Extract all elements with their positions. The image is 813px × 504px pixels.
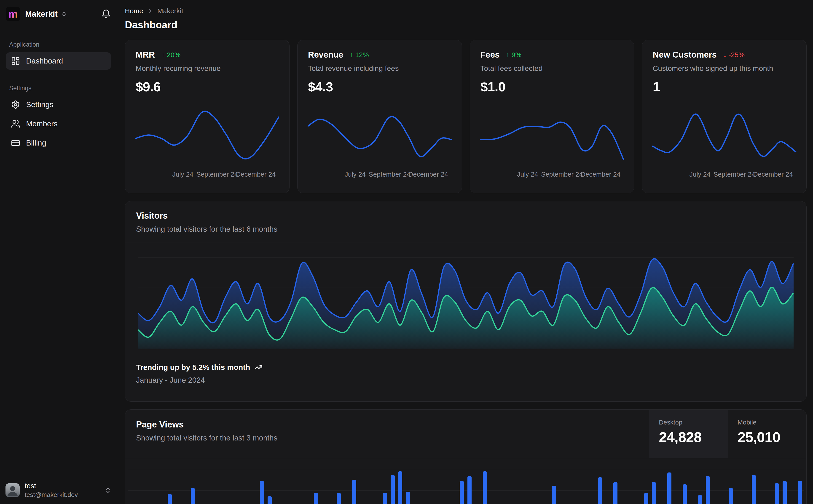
x-tick: September 24 [369,171,410,178]
stat-title: New Customers [653,50,717,60]
toggle-value: 24,828 [659,429,728,445]
sparkline-svg [308,105,451,165]
user-menu[interactable]: test test@makerkit.dev [5,482,111,499]
stat-value: 1 [653,79,796,94]
trend-arrow-icon: ↑ [350,51,353,59]
x-tick: September 24 [541,171,583,178]
x-axis-ticks: July 24 September 24 December 24 [653,171,796,180]
visitors-trend-text: Trending up by 5.2% this month [136,363,250,372]
x-tick: December 24 [753,171,793,178]
stat-card-fees: Fees ↑9% Total fees collected $1.0 July … [470,40,635,193]
trend-badge: ↑20% [161,51,180,59]
toggle-label: Desktop [659,419,728,426]
new-customers-sparkline-chart [653,105,796,165]
makerkit-logo-letter: m [8,9,18,19]
breadcrumb-home[interactable]: Home [125,7,143,15]
main-content: Home Makerkit Dashboard MRR ↑20% Monthly… [117,0,813,504]
bars-container [128,458,804,504]
page-views-bar [698,495,702,504]
x-axis-ticks: July 24 September 24 December 24 [308,171,451,180]
sidebar-item-label: Settings [26,100,53,109]
trend-arrow-icon: ↑ [161,51,165,59]
page-views-bar [167,494,172,504]
page-views-bar [406,492,410,504]
x-tick: September 24 [196,171,238,178]
x-tick: December 24 [236,171,276,178]
users-icon [11,119,20,128]
visitors-area-svg [138,252,794,349]
page-views-bar [652,482,656,504]
page-views-bar [391,475,395,504]
page-views-title: Page Views [136,420,638,430]
mrr-sparkline-chart [136,105,279,165]
sidebar-item-label: Billing [26,139,46,147]
stat-card-revenue: Revenue ↑12% Total revenue including fee… [297,40,462,193]
x-tick: July 24 [172,171,193,178]
gear-icon [11,100,20,109]
stat-value: $1.0 [480,79,624,94]
page-views-bar [667,472,672,504]
breadcrumb-current: Makerkit [157,7,183,15]
workspace-switcher[interactable]: m Makerkit [6,7,111,21]
toggle-mobile[interactable]: Mobile 25,010 [728,410,806,458]
page-views-bar [314,493,318,504]
page-views-bar [268,496,272,504]
stat-title: MRR [136,50,155,60]
stat-cards-row: MRR ↑20% Monthly recurring revenue $9.6 … [125,40,807,193]
sidebar-item-billing[interactable]: Billing [6,134,111,152]
chevrons-up-down-icon[interactable] [104,487,111,494]
page-views-bar [398,471,402,504]
trend-badge: ↓-25% [723,51,745,59]
page-views-bar [752,475,756,504]
page-views-bar [775,483,779,504]
sidebar-item-label: Members [26,119,58,128]
stat-subtitle: Customers who signed up this month [653,64,796,73]
user-email: test@makerkit.dev [25,491,78,499]
x-axis-ticks: July 24 September 24 December 24 [480,171,624,180]
page-views-card: Page Views Showing total visitors for th… [125,409,807,504]
stat-subtitle: Total fees collected [480,64,624,73]
bell-icon[interactable] [101,9,111,19]
page-views-subtitle: Showing total visitors for the last 3 mo… [136,434,638,442]
sidebar-item-dashboard[interactable]: Dashboard [6,52,111,70]
trending-up-icon [254,363,263,371]
trend-value: 9% [511,51,521,59]
sidebar-section-application: Application [9,41,111,48]
page-views-bar [483,471,487,504]
page-views-bar [783,481,787,504]
breadcrumb: Home Makerkit [125,6,807,16]
visitors-card: Visitors Showing total visitors for the … [125,201,807,402]
x-tick: September 24 [714,171,755,178]
stat-value: $9.6 [136,79,279,94]
x-tick: December 24 [581,171,621,178]
sidebar: m Makerkit Application Dashboard Setting… [0,0,117,504]
page-views-bar [337,493,341,504]
x-tick: July 24 [690,171,711,178]
page-views-bar [260,481,264,504]
page-views-bar [598,477,602,504]
page-views-bar [460,481,464,504]
x-tick: December 24 [408,171,448,178]
page-views-bar-chart [128,458,804,504]
page-views-bar [191,488,195,504]
sidebar-item-settings[interactable]: Settings [6,96,111,113]
toggle-desktop[interactable]: Desktop 24,828 [649,410,728,458]
page-views-bar [467,476,472,504]
page-views-bar [383,493,387,504]
stat-card-new-customers: New Customers ↓-25% Customers who signed… [642,40,807,193]
stat-title: Revenue [308,50,343,60]
fees-sparkline-chart [480,105,624,165]
workspace-name: Makerkit [25,9,58,19]
sidebar-item-members[interactable]: Members [6,115,111,133]
sidebar-item-label: Dashboard [26,57,63,65]
page-views-bar [706,476,710,504]
stat-subtitle: Total revenue including fees [308,64,451,73]
sparkline-svg [136,105,279,165]
visitors-date-range: January - June 2024 [136,376,795,385]
page-views-bar [798,481,802,504]
page-title: Dashboard [125,19,807,31]
stat-value: $4.3 [308,79,451,94]
page-views-bar [644,493,648,504]
chevrons-up-down-icon[interactable] [61,11,67,17]
visitors-subtitle: Showing total visitors for the last 6 mo… [136,225,795,233]
